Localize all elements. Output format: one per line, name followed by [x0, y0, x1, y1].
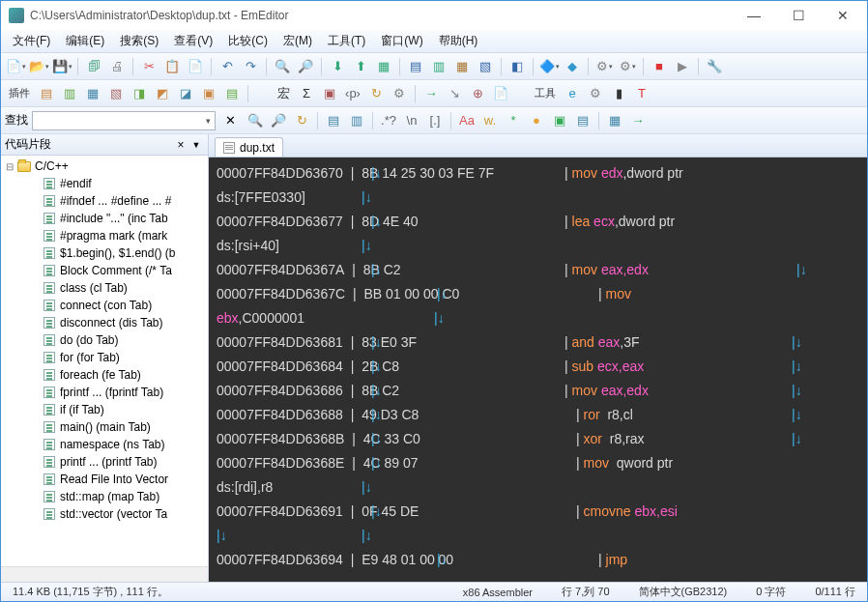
charclass-btn[interactable]: [.]	[424, 110, 446, 131]
snippets-dropdown-icon[interactable]: ▼	[188, 140, 204, 150]
go-button[interactable]: →	[420, 83, 442, 104]
plugin8[interactable]: ▣	[198, 83, 219, 104]
menu-item[interactable]: 宏(M)	[275, 30, 320, 52]
plugin7[interactable]: ◪	[175, 83, 196, 104]
snippet-item[interactable]: class (cl Tab)	[1, 279, 208, 297]
search-next[interactable]: 🔎	[268, 110, 289, 131]
snippet-item[interactable]: #ifndef ... #define ... #	[1, 192, 208, 210]
newline-btn[interactable]: \n	[401, 110, 422, 131]
snippet-item[interactable]: Block Comment (/* Ta	[1, 262, 208, 279]
snippet-item[interactable]: Read File Into Vector	[1, 471, 208, 488]
code-line[interactable]: 00007FF84DD6368E | 4C 89 07|↓| mov qword…	[217, 451, 859, 475]
rec-button[interactable]: ▣	[319, 83, 340, 104]
opt2[interactable]: ▣	[549, 110, 570, 131]
code-line[interactable]: 00007FF84DD63691 | 0F 45 DE|↓| cmovne eb…	[217, 500, 859, 524]
menu-item[interactable]: 比较(C)	[220, 30, 275, 52]
go-search[interactable]: →	[627, 110, 649, 131]
tree-expander-icon[interactable]: ⊟	[3, 161, 16, 172]
code-line-wrap[interactable]: |↓|↓	[217, 524, 227, 548]
regex-btn[interactable]: .*?	[378, 110, 399, 131]
editor-content[interactable]: 00007FF84DD63670 | 8B 14 25 30 03 FE 7F|…	[209, 158, 867, 582]
code-line-wrap[interactable]: ds:[rdi],r8|↓	[217, 475, 273, 500]
snippet-item[interactable]: for (for Tab)	[1, 349, 208, 366]
snippets-tree[interactable]: ⊟C/C++#endif#ifndef ... #define ... ##in…	[1, 156, 208, 566]
code-line[interactable]: 00007FF84DD63686 | 8B C2|↓| mov eax,edx|…	[217, 379, 859, 403]
undo-button[interactable]: ↶	[217, 56, 238, 77]
code-line[interactable]: 00007FF84DD63688 | 49 D3 C8|↓| ror r8,cl…	[217, 403, 859, 427]
sidebar-scrollbar[interactable]	[1, 566, 208, 582]
snippet-item[interactable]: foreach (fe Tab)	[1, 366, 208, 384]
find-next-button[interactable]: 🔎	[295, 56, 316, 77]
split-button[interactable]: ◧	[506, 56, 528, 77]
snippet-item[interactable]: std::vector (vector Ta	[1, 505, 208, 523]
snippet-item[interactable]: connect (con Tab)	[1, 297, 208, 314]
plugin6[interactable]: ◩	[152, 83, 173, 104]
opt1[interactable]: ●	[526, 110, 547, 131]
menu-item[interactable]: 编辑(E)	[58, 30, 112, 52]
view4-button[interactable]: ▧	[475, 56, 496, 77]
plugin4[interactable]: ▧	[105, 83, 127, 104]
snippets-close-icon[interactable]: ×	[173, 138, 188, 152]
word-btn[interactable]: w.	[479, 110, 501, 131]
wildcard-btn[interactable]: *	[503, 110, 524, 131]
term-button[interactable]: ▮	[608, 83, 629, 104]
code-line[interactable]: 00007FF84DD63684 | 2B C8|↓| sub ecx,eax|…	[217, 355, 859, 379]
paste-button[interactable]: 📄	[185, 56, 206, 77]
snippet-item[interactable]: #endif	[1, 175, 208, 192]
add-button[interactable]: ⊕	[467, 83, 488, 104]
sel2[interactable]: ▥	[346, 110, 367, 131]
bookmark-list-button[interactable]: ▦	[373, 56, 394, 77]
code-line[interactable]: 00007FF84DD63681 | 83 E0 3F|↓| and eax,3…	[217, 330, 859, 355]
snippet-item[interactable]: do (do Tab)	[1, 331, 208, 349]
snippet-item[interactable]: printf ... (printf Tab)	[1, 453, 208, 471]
cut-button[interactable]: ✂	[138, 56, 159, 77]
gear-button[interactable]: ⚙	[389, 83, 410, 104]
search-btn[interactable]: 🔍	[245, 110, 266, 131]
copy-button[interactable]: 📋	[161, 56, 183, 77]
ie-button[interactable]: e	[562, 83, 583, 104]
menu-item[interactable]: 帮助(H)	[431, 30, 486, 52]
config-button[interactable]: ⚙▾	[617, 56, 638, 77]
view1-button[interactable]: ▤	[405, 56, 426, 77]
tool-gear[interactable]: ⚙	[585, 83, 606, 104]
find-input[interactable]	[37, 114, 206, 128]
find-combo[interactable]: ▾	[32, 111, 216, 130]
snippet-item[interactable]: main() (main Tab)	[1, 418, 208, 436]
code-line-wrap[interactable]: ds:[7FFE0330]|↓	[217, 186, 305, 210]
tree-root[interactable]: ⊟C/C++	[1, 158, 208, 175]
new-button[interactable]: 📄▾	[5, 56, 26, 77]
maximize-button[interactable]: ☐	[776, 1, 821, 30]
opt3[interactable]: ▤	[572, 110, 593, 131]
find-close-icon[interactable]: ✕	[219, 110, 241, 131]
menu-item[interactable]: 查看(V)	[166, 30, 220, 52]
snippet-item[interactable]: $1.begin(), $1.end() (b	[1, 244, 208, 262]
code-line[interactable]: 00007FF84DD6367C | BB 01 00 00 C0|↓| mov	[217, 282, 859, 306]
snippet-item[interactable]: namespace (ns Tab)	[1, 436, 208, 453]
print-button[interactable]: 🖨	[106, 56, 128, 77]
tools-button[interactable]: ⚙▾	[593, 56, 615, 77]
minimize-button[interactable]: —	[732, 1, 776, 30]
reload-button[interactable]: ↻	[365, 83, 387, 104]
bookmark-prev-button[interactable]: ⬆	[350, 56, 371, 77]
close-button[interactable]: ✕	[821, 1, 865, 30]
doc-button[interactable]: 📄	[490, 83, 511, 104]
snippet-item[interactable]: fprintf ... (fprintf Tab)	[1, 384, 208, 401]
bookmark-button[interactable]: ⬇	[327, 56, 348, 77]
plugin9[interactable]: ▤	[221, 83, 243, 104]
menu-item[interactable]: 工具(T)	[320, 30, 373, 52]
code-line[interactable]: 00007FF84DD63694 | E9 48 01 00 00|↓| jmp	[217, 548, 859, 572]
menu-item[interactable]: 搜索(S)	[112, 30, 166, 52]
snippet-item[interactable]: #include "..." (inc Tab	[1, 210, 208, 227]
find-button[interactable]: 🔍	[272, 56, 293, 77]
arrow-button[interactable]: ↘	[444, 83, 465, 104]
macro-button[interactable]: 🔷▾	[538, 56, 560, 77]
document-tab[interactable]: dup.txt	[215, 137, 283, 157]
plugin5[interactable]: ◨	[129, 83, 150, 104]
view2-button[interactable]: ▥	[428, 56, 449, 77]
t-button[interactable]: T	[631, 83, 652, 104]
snippet-item[interactable]: disconnect (dis Tab)	[1, 314, 208, 331]
sel1[interactable]: ▤	[323, 110, 344, 131]
code-line[interactable]: 00007FF84DD6367A | 8B C2|↓| mov eax,edx|…	[217, 258, 859, 282]
sigma-button[interactable]: Σ	[296, 83, 317, 104]
menu-item[interactable]: 窗口(W)	[373, 30, 430, 52]
